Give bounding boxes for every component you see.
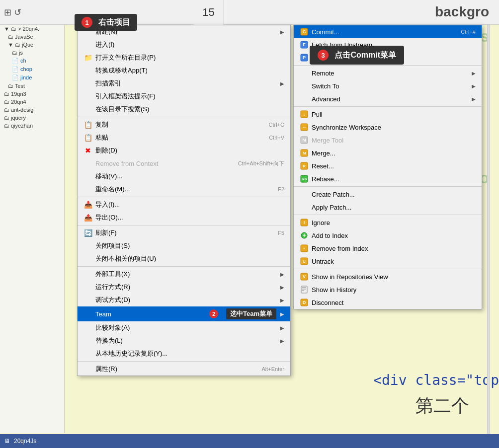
svg-text:F: F (303, 42, 306, 47)
team-icon (83, 309, 92, 318)
team-menu-show-history[interactable]: Show in History (294, 283, 482, 296)
menu-item-rename[interactable]: 重命名(M)... F2 (78, 183, 290, 196)
menu-item-framework[interactable]: 引入框架语法提示(F) (78, 90, 290, 103)
team-menu-untrack[interactable]: U Untrack (294, 255, 482, 268)
team-menu-reset[interactable]: R Reset... (294, 159, 482, 172)
team-menu-merge[interactable]: M Merge... (294, 147, 482, 159)
menu-item-run-as[interactable]: 运行方式(R) ▶ (78, 281, 290, 294)
menu-item-close-unrelated[interactable]: 关闭不相关的项目(U) (78, 252, 290, 265)
team-menu-commit[interactable]: C Commit... Ctrl+# (294, 25, 482, 38)
team-menu-apply-patch[interactable]: Apply Patch... (294, 201, 482, 214)
menu-item-remove-context-label: Remove from Context (95, 160, 158, 167)
refresh-icon: 🔄 (83, 228, 92, 237)
commit-shortcut: Ctrl+# (461, 29, 476, 35)
search-dir-icon (83, 105, 92, 114)
status-icon: 🖥 (4, 438, 10, 445)
menu-item-export-label: 导出(O)... (95, 213, 123, 222)
svg-text:I: I (304, 220, 305, 225)
menu-item-properties[interactable]: 属性(R) Alt+Enter (78, 363, 290, 375)
menu-item-compare[interactable]: 比较对象(A) ▶ (78, 321, 290, 334)
menu-item-enter[interactable]: 进入(I) (78, 38, 290, 51)
sidebar-item-11[interactable]: 🗂 jquery (0, 114, 64, 122)
team-menu-pull[interactable]: ↓ Pull (294, 108, 482, 121)
separator-4 (78, 266, 290, 267)
convert-icon (83, 66, 92, 75)
team-menu-disconnect[interactable]: D Disconnect (294, 296, 482, 309)
menu-item-replace[interactable]: 替换为(L) ▶ (78, 334, 290, 347)
svg-text:↓: ↓ (303, 112, 306, 117)
badge-1-text: 右击项目 (98, 18, 130, 26)
menu-item-import-label: 导入(I)... (95, 200, 120, 209)
team-menu-remove-index[interactable]: - Remove from Index (294, 242, 482, 255)
create-patch-label: Create Patch... (312, 191, 355, 198)
team-menu-create-patch[interactable]: Create Patch... (294, 188, 482, 201)
menu-item-convert-mobile[interactable]: 转换成移动App(T) (78, 64, 290, 77)
svg-text:U: U (303, 259, 306, 264)
properties-shortcut: Alt+Enter (261, 366, 284, 372)
menu-item-search-dir[interactable]: 在该目录下搜索(S) (78, 103, 290, 116)
menu-item-paste[interactable]: 📋 粘贴 Ctrl+V (78, 131, 290, 144)
team-separator-4 (294, 215, 482, 215)
team-menu-remote[interactable]: Remote ▶ (294, 67, 482, 79)
sidebar-item-5[interactable]: 📄 chop (0, 65, 64, 74)
sidebar-item-3[interactable]: 🗂 js (0, 49, 64, 57)
menu-item-refresh[interactable]: 🔄 刷新(F) F5 (78, 226, 290, 239)
right-divider (487, 25, 490, 434)
menu-item-open-folder[interactable]: 📁 打开文件所在目录(P) (78, 51, 290, 64)
menu-item-team[interactable]: Team 2 选中Team菜单 ▶ (78, 306, 290, 321)
switch-icon (300, 81, 309, 90)
menu-item-team-label: Team (95, 310, 111, 318)
menu-item-delete[interactable]: ✖ 删除(D) (78, 144, 290, 157)
remove-index-icon: - (300, 244, 309, 253)
menu-item-enter-label: 进入(I) (95, 40, 114, 49)
team-menu-switch[interactable]: Switch To ▶ (294, 79, 482, 92)
team-menu-advanced[interactable]: Advanced ▶ (294, 92, 482, 105)
menu-item-close-project[interactable]: 关闭项目(S) (78, 239, 290, 252)
sidebar-item-4[interactable]: 📄 ch (0, 57, 64, 65)
sidebar-item-12[interactable]: 🗂 qiyezhan (0, 122, 64, 130)
team-menu-sync[interactable]: ↔ Synchronize Workspace (294, 121, 482, 134)
show-repo-label: Show in Repositories View (312, 273, 388, 281)
menu-item-convert-label: 转换成移动App(T) (95, 66, 148, 75)
team-separator-1 (294, 65, 482, 66)
menu-item-copy[interactable]: 📋 复制 Ctrl+C (78, 118, 290, 131)
sidebar-item-7[interactable]: 🗂 Test (0, 82, 64, 90)
new-arrow: ▶ (280, 29, 284, 35)
menu-item-close-unrelated-label: 关闭不相关的项目(U) (95, 254, 156, 263)
menu-item-search-dir-label: 在该目录下搜索(S) (95, 105, 149, 114)
close-project-icon (83, 241, 92, 250)
separator-2 (78, 197, 290, 197)
sidebar-item-6[interactable]: 📄 jinde (0, 74, 64, 82)
menu-item-properties-label: 属性(R) (95, 365, 117, 373)
sidebar-item-9[interactable]: 🗂 20qn4 (0, 98, 64, 106)
sidebar-item-2[interactable]: ▼ 🗂 jQue (0, 41, 64, 49)
sidebar-item-0[interactable]: ▼ 🗂 > 20qn4. (0, 25, 64, 33)
sidebar-item-10[interactable]: 🗂 ant-desig (0, 106, 64, 114)
badge-2-number: 2 (209, 309, 218, 318)
menu-item-export[interactable]: 📤 导出(O)... (78, 211, 290, 224)
team-menu-rebase[interactable]: Rb Rebase... (294, 172, 482, 185)
menu-item-restore-history[interactable]: 从本地历史记录复原(Y)... (78, 347, 290, 360)
compare-arrow: ▶ (280, 325, 284, 331)
sidebar-item-1[interactable]: 🗂 JavaSc (0, 33, 64, 41)
menu-item-debug-as[interactable]: 调试方式(D) ▶ (78, 294, 290, 306)
menu-item-debug-label: 调试方式(D) (95, 296, 130, 304)
push-icon: P (300, 53, 309, 62)
menu-item-delete-label: 删除(D) (95, 146, 117, 155)
svg-text:M: M (303, 151, 306, 155)
menu-item-external-tools[interactable]: 外部工具(X) ▶ (78, 268, 290, 281)
menu-item-refresh-label: 刷新(F) (95, 228, 117, 237)
sidebar-item-8[interactable]: 🗂 19qn3 (0, 90, 64, 98)
menu-item-move[interactable]: 移动(V)... (78, 170, 290, 183)
menu-item-import[interactable]: 📥 导入(I)... (78, 198, 290, 211)
team-menu-show-repo[interactable]: V Show in Repositories View (294, 270, 482, 283)
menu-item-scan[interactable]: 扫描索引 ▶ (78, 77, 290, 90)
external-tools-icon (83, 270, 92, 279)
svg-text:Rb: Rb (302, 177, 307, 181)
team-menu-ignore[interactable]: I Ignore (294, 216, 482, 229)
team-menu-add-index[interactable]: + Add to Index (294, 229, 482, 242)
advanced-arrow: ▶ (472, 96, 476, 102)
switch-arrow: ▶ (472, 83, 476, 89)
reset-label: Reset... (312, 162, 334, 170)
history-icon (300, 285, 309, 294)
